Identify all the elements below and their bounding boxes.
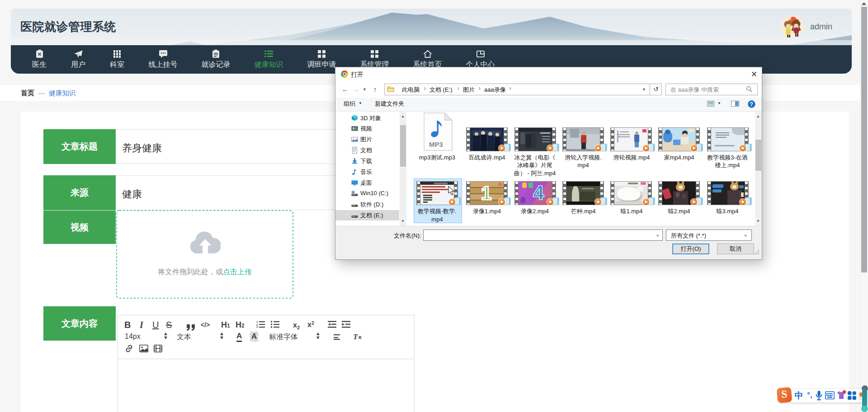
svg-text:MP3: MP3	[429, 140, 443, 148]
svg-text:?: ?	[750, 101, 753, 108]
svg-text:3: 3	[256, 326, 258, 328]
